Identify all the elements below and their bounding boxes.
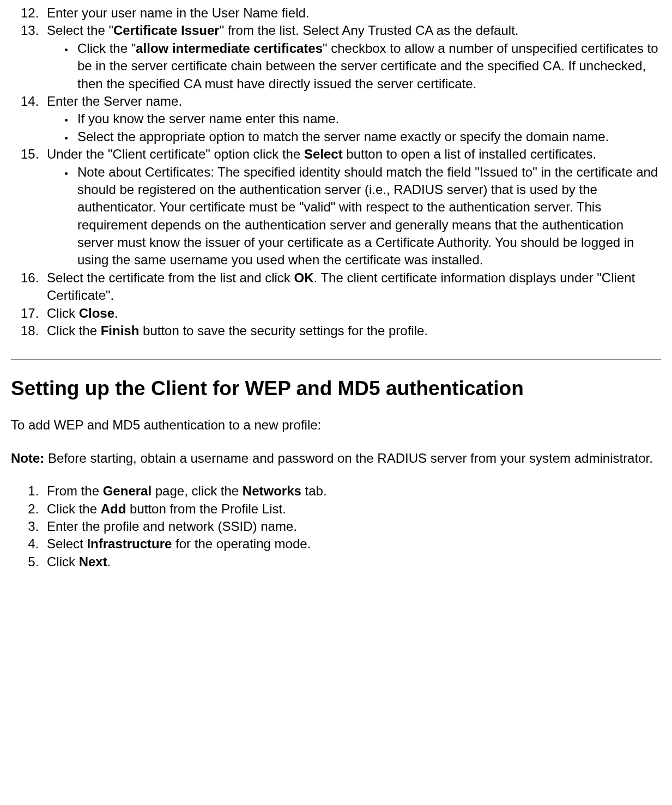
step-12: Enter your user name in the User Name fi… bbox=[43, 4, 661, 22]
step-3: Enter the profile and network (SSID) nam… bbox=[43, 518, 661, 535]
step-text: Click Next. bbox=[47, 554, 111, 569]
step-18: Click the Finish button to save the secu… bbox=[43, 322, 661, 340]
step-text: Enter the Server name. bbox=[47, 94, 182, 108]
instruction-list-2: From the General page, click the Network… bbox=[11, 482, 661, 571]
sub-item: Click the "allow intermediate certificat… bbox=[74, 40, 661, 93]
sub-list: If you know the server name enter this n… bbox=[47, 110, 661, 146]
step-16: Select the certificate from the list and… bbox=[43, 269, 661, 305]
sub-item: Select the appropriate option to match t… bbox=[74, 128, 661, 146]
sub-text: Note about Certificates: The specified i… bbox=[77, 165, 658, 268]
step-text: Click the Add button from the Profile Li… bbox=[47, 501, 286, 516]
step-14: Enter the Server name. If you know the s… bbox=[43, 93, 661, 146]
instruction-list-1: Enter your user name in the User Name fi… bbox=[11, 4, 661, 340]
step-13: Select the "Certificate Issuer" from the… bbox=[43, 22, 661, 93]
step-text: Enter the profile and network (SSID) nam… bbox=[47, 519, 297, 534]
step-text: Select Infrastructure for the operating … bbox=[47, 536, 311, 551]
sub-list: Click the "allow intermediate certificat… bbox=[47, 40, 661, 93]
step-5: Click Next. bbox=[43, 553, 661, 571]
divider bbox=[11, 359, 661, 360]
step-text: Enter your user name in the User Name fi… bbox=[47, 5, 310, 20]
step-text: From the General page, click the Network… bbox=[47, 483, 327, 498]
section-intro: To add WEP and MD5 authentication to a n… bbox=[11, 416, 661, 434]
sub-text: If you know the server name enter this n… bbox=[77, 111, 339, 126]
step-1: From the General page, click the Network… bbox=[43, 482, 661, 500]
sub-item: Note about Certificates: The specified i… bbox=[74, 164, 661, 269]
step-17: Click Close. bbox=[43, 305, 661, 322]
sub-text: Select the appropriate option to match t… bbox=[77, 129, 609, 144]
step-text: Click Close. bbox=[47, 306, 118, 320]
step-text: Click the Finish button to save the secu… bbox=[47, 323, 428, 338]
step-2: Click the Add button from the Profile Li… bbox=[43, 500, 661, 518]
section-heading: Setting up the Client for WEP and MD5 au… bbox=[11, 375, 661, 402]
step-4: Select Infrastructure for the operating … bbox=[43, 535, 661, 553]
sub-text: Click the "allow intermediate certificat… bbox=[77, 41, 658, 91]
section-note: Note: Before starting, obtain a username… bbox=[11, 450, 661, 467]
sub-list: Note about Certificates: The specified i… bbox=[47, 164, 661, 269]
step-text: Select the "Certificate Issuer" from the… bbox=[47, 23, 518, 38]
step-15: Under the "Client certificate" option cl… bbox=[43, 146, 661, 269]
sub-item: If you know the server name enter this n… bbox=[74, 110, 661, 128]
step-text: Select the certificate from the list and… bbox=[47, 270, 635, 302]
note-label: Note: bbox=[11, 451, 44, 465]
note-text: Before starting, obtain a username and p… bbox=[44, 451, 653, 465]
step-text: Under the "Client certificate" option cl… bbox=[47, 147, 596, 161]
